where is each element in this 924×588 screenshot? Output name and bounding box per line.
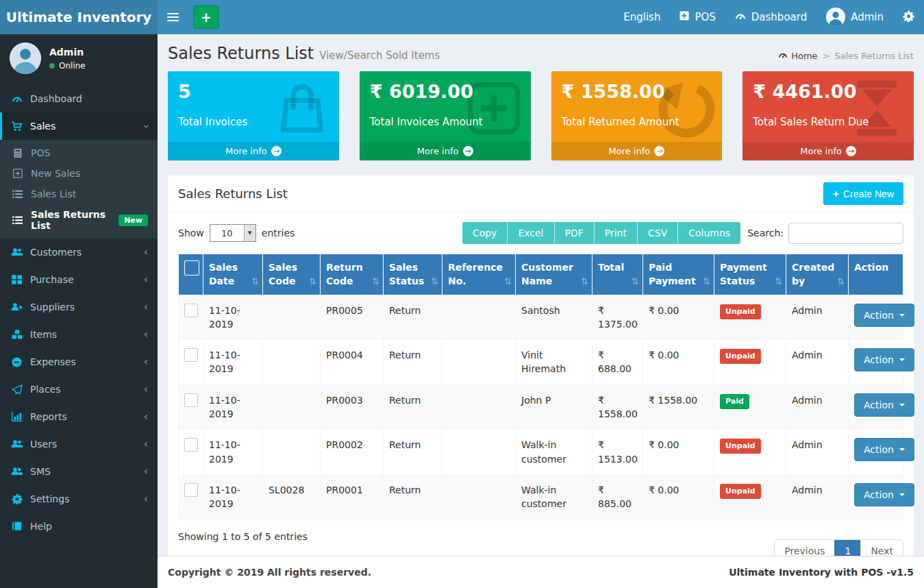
print-button[interactable]: Print (594, 222, 637, 244)
sidebar-menu: Dashboard Sales ‹ POS New Sales (0, 85, 158, 540)
sidebar-item-label: Suppliers (30, 302, 75, 313)
action-button[interactable]: Action (854, 393, 914, 417)
info-box-label: Total Invoices Amount (360, 102, 531, 128)
row-checkbox[interactable] (184, 483, 198, 497)
copyright-text: Copyright © 2019 All rights reserved. (168, 567, 371, 578)
action-button[interactable]: Action (854, 438, 914, 461)
create-new-button[interactable]: +Create New (823, 182, 903, 205)
app-window: Ultimate Inventory + English POS Dashboa… (0, 0, 924, 588)
more-info-link[interactable]: More info→ (168, 142, 339, 160)
action-button[interactable]: Action (854, 304, 914, 327)
panel-title: Sales Returns List (178, 186, 288, 201)
action-button[interactable]: Action (854, 483, 914, 506)
info-box-total-invoices-amount: ₹ 6019.00 Total Invoices Amount More inf… (360, 71, 531, 160)
nav-settings[interactable] (893, 0, 924, 34)
column-paid-payment[interactable]: Paid Payment⇅ (643, 254, 714, 295)
sidebar-item-label: Reports (30, 411, 67, 422)
page-length-select[interactable]: 10 ▼ (210, 224, 256, 242)
users-icon (10, 439, 23, 449)
sidebar-item-suppliers[interactable]: Suppliers ‹ (0, 293, 158, 321)
breadcrumb-home[interactable]: Home (778, 51, 817, 61)
column-payment-status[interactable]: Payment Status⇅ (714, 254, 786, 295)
sidebar-item-sales-returns-list[interactable]: Sales Returns List New (0, 204, 158, 236)
table-controls: Show 10 ▼ entries Copy Excel PDF Print (168, 212, 914, 252)
copy-button[interactable]: Copy (462, 222, 508, 244)
sidebar-item-customers[interactable]: Customers ‹ (0, 238, 158, 266)
row-checkbox[interactable] (184, 348, 198, 362)
brand-logo[interactable]: Ultimate Inventory (0, 0, 158, 34)
info-box-label: Total Returned Amount (551, 102, 723, 128)
more-info-link[interactable]: More info→ (742, 142, 914, 160)
users-icon (10, 247, 23, 257)
row-checkbox[interactable] (184, 438, 198, 452)
previous-page-button[interactable]: Previous (775, 540, 834, 556)
sidebar-item-places[interactable]: Places ‹ (0, 376, 158, 403)
caret-down-icon (899, 404, 905, 406)
version-text: Ultimate Inventory with POS -v1.5 (729, 567, 914, 578)
action-button[interactable]: Action (854, 348, 914, 371)
more-info-link[interactable]: More info→ (360, 142, 531, 160)
nav-dashboard[interactable]: Dashboard (725, 0, 816, 34)
avatar (826, 8, 845, 27)
status-badge: Unpaid (720, 484, 761, 499)
column-total[interactable]: Total⇅ (592, 254, 643, 295)
column-sales-status[interactable]: Sales Status⇅ (384, 254, 442, 295)
next-page-button[interactable]: Next (860, 540, 903, 556)
sales-submenu: POS New Sales Sales List Sales Returns L… (0, 140, 158, 238)
row-checkbox[interactable] (184, 304, 198, 317)
sort-icon: ⇅ (632, 275, 639, 289)
chevron-down-icon: ‹ (144, 121, 148, 132)
search-input[interactable] (788, 223, 903, 244)
column-customer-name[interactable]: Customer Name⇅ (516, 254, 592, 295)
nav-pos[interactable]: POS (670, 0, 725, 34)
breadcrumb: Home > Sales Returns List (778, 51, 914, 61)
column-created-by[interactable]: Created by⇅ (786, 254, 849, 295)
arrow-circle-right-icon: → (846, 146, 856, 156)
sidebar-item-purchase[interactable]: Purchase ‹ (0, 266, 158, 293)
quick-add-button[interactable]: + (193, 5, 219, 29)
breadcrumb-separator: > (823, 51, 830, 61)
column-sales-code[interactable]: Sales Code⇅ (263, 254, 321, 295)
column-return-code[interactable]: Return Code⇅ (321, 254, 384, 295)
info-boxes: 5 Total Invoices More info→ ₹ 6019.00 To… (168, 71, 914, 160)
pdf-button[interactable]: PDF (554, 222, 594, 244)
nav-user-menu[interactable]: Admin (816, 0, 893, 34)
sidebar-item-expenses[interactable]: Expenses ‹ (0, 348, 158, 376)
sidebar-item-dashboard[interactable]: Dashboard (0, 85, 158, 112)
sidebar-item-label: Places (30, 384, 61, 395)
cubes-icon (10, 330, 23, 339)
sidebar-item-sales[interactable]: Sales ‹ (0, 112, 158, 140)
sidebar-item-users[interactable]: Users ‹ (0, 430, 158, 458)
sidebar-toggle-icon[interactable] (158, 0, 188, 34)
column-reference-no[interactable]: Reference No.⇅ (442, 254, 516, 295)
info-box-value: 5 (168, 71, 339, 102)
table-footer: Showing 1 to 5 of 5 entries Previous 1 N… (168, 520, 914, 556)
more-info-link[interactable]: More info→ (551, 142, 723, 160)
row-checkbox[interactable] (184, 393, 198, 407)
nav-language[interactable]: English (614, 0, 670, 34)
sidebar-item-reports[interactable]: Reports ‹ (0, 403, 158, 430)
select-all-header (179, 254, 203, 295)
csv-button[interactable]: CSV (637, 222, 677, 244)
table-row: 11-10-2019 SL0028 PR0001 Return Walk-in … (179, 474, 903, 519)
pagination: Previous 1 Next (774, 539, 903, 556)
sidebar-item-items[interactable]: Items ‹ (0, 321, 158, 348)
chevron-left-icon: ‹ (144, 384, 148, 395)
columns-button[interactable]: Columns (677, 222, 740, 244)
main-footer: Copyright © 2019 All rights reserved. Ul… (158, 556, 924, 588)
dashboard-icon (735, 11, 746, 23)
select-all-checkbox[interactable] (184, 260, 199, 275)
page-1-button[interactable]: 1 (834, 540, 860, 556)
table-header-row: Sales Date⇅ Sales Code⇅ Return Code⇅ Sal… (179, 254, 903, 295)
sidebar-item-help[interactable]: Help (0, 513, 158, 540)
excel-button[interactable]: Excel (507, 222, 553, 244)
sidebar-item-new-sales[interactable]: New Sales (0, 163, 158, 184)
sidebar-item-settings[interactable]: Settings ‹ (0, 485, 158, 513)
sidebar-item-sms[interactable]: SMS ‹ (0, 458, 158, 485)
sort-icon: ⇅ (309, 275, 316, 289)
column-sales-date[interactable]: Sales Date⇅ (203, 254, 263, 295)
sidebar-item-sales-list[interactable]: Sales List (0, 184, 158, 204)
info-box-value: ₹ 6019.00 (360, 71, 531, 102)
caret-down-icon (899, 448, 905, 451)
sidebar-item-pos[interactable]: POS (0, 143, 158, 163)
